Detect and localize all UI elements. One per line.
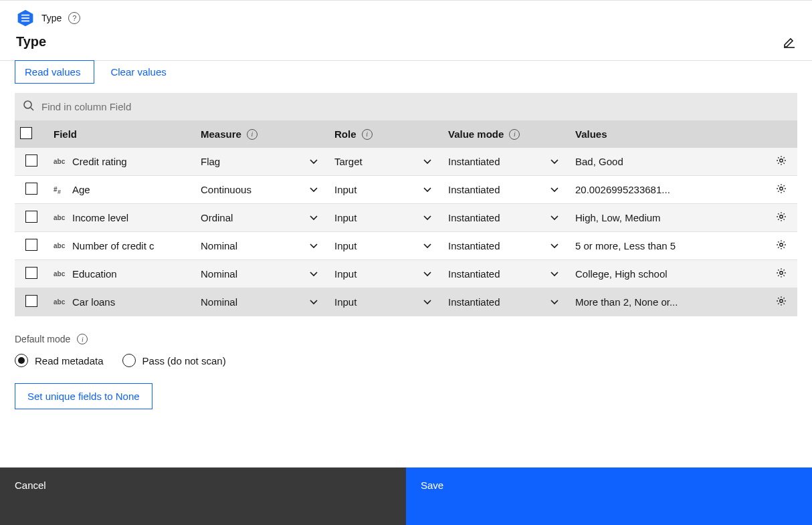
title-row: Type xyxy=(0,30,812,61)
actions-row: Read values Clear values xyxy=(0,60,812,93)
breadcrumb-bar: Type ? xyxy=(0,0,812,30)
info-icon[interactable]: i xyxy=(509,129,520,140)
cancel-button[interactable]: Cancel xyxy=(0,467,406,525)
header-value-mode: Value mode xyxy=(448,128,504,140)
table-row[interactable]: ##AgeContinuousInputInstantiated20.00269… xyxy=(15,176,797,204)
measure-dropdown[interactable]: Ordinal xyxy=(201,212,324,223)
row-checkbox[interactable] xyxy=(25,295,37,307)
values-cell: 20.0026995233681... xyxy=(575,184,670,195)
role-dropdown[interactable]: Input xyxy=(334,240,437,251)
info-icon[interactable]: i xyxy=(362,129,373,140)
table-row[interactable]: abcEducationNominalInputInstantiatedColl… xyxy=(15,260,797,288)
role-value: Input xyxy=(334,184,357,195)
chevron-down-icon xyxy=(309,270,318,279)
clear-values-link[interactable]: Clear values xyxy=(110,61,166,83)
field-type-icon: abc xyxy=(54,270,67,278)
table-row[interactable]: abcCredit ratingFlagTargetInstantiatedBa… xyxy=(15,148,797,176)
chevron-down-icon xyxy=(423,270,432,279)
svg-point-10 xyxy=(780,243,783,247)
select-all-checkbox[interactable] xyxy=(20,127,32,139)
chevron-down-icon xyxy=(550,185,559,195)
row-checkbox[interactable] xyxy=(25,239,37,251)
value-mode-dropdown[interactable]: Instantiated xyxy=(448,212,565,223)
field-name: Car loans xyxy=(72,296,115,308)
value-mode-dropdown[interactable]: Instantiated xyxy=(448,156,565,167)
gear-icon[interactable] xyxy=(775,267,787,279)
chevron-down-icon xyxy=(423,298,432,307)
measure-value: Ordinal xyxy=(201,212,233,223)
field-name: Education xyxy=(72,268,117,280)
fields-table: Field Measurei Rolei Value modei Values … xyxy=(15,120,797,316)
chevron-down-icon xyxy=(309,213,318,223)
svg-point-5 xyxy=(24,101,31,108)
row-checkbox[interactable] xyxy=(25,211,37,223)
chevron-down-icon xyxy=(309,241,318,251)
role-dropdown[interactable]: Input xyxy=(334,184,437,195)
chevron-down-icon xyxy=(550,157,559,167)
svg-point-11 xyxy=(780,272,783,275)
role-dropdown[interactable]: Target xyxy=(334,156,437,167)
field-name: Income level xyxy=(72,212,128,223)
value-mode-value: Instantiated xyxy=(448,156,500,167)
svg-line-6 xyxy=(31,108,33,110)
table-row[interactable]: abcIncome levelOrdinalInputInstantiatedH… xyxy=(15,204,797,232)
role-value: Input xyxy=(334,296,357,308)
chevron-down-icon xyxy=(309,298,318,307)
table-row[interactable]: abcNumber of credit cNominalInputInstant… xyxy=(15,232,797,260)
gear-icon[interactable] xyxy=(775,183,787,195)
role-dropdown[interactable]: Input xyxy=(334,296,437,308)
measure-dropdown[interactable]: Continuous xyxy=(201,184,324,195)
help-icon[interactable]: ? xyxy=(68,12,80,24)
field-type-icon: ## xyxy=(54,186,67,193)
page-title: Type xyxy=(16,34,46,49)
field-type-icon: abc xyxy=(54,242,67,249)
info-icon[interactable]: i xyxy=(247,129,258,140)
row-checkbox[interactable] xyxy=(25,183,37,195)
measure-dropdown[interactable]: Nominal xyxy=(201,268,324,280)
header-measure: Measure xyxy=(201,128,241,140)
measure-value: Flag xyxy=(201,156,220,167)
header-role: Role xyxy=(334,128,357,140)
chevron-down-icon xyxy=(309,185,318,195)
default-mode-text: Default mode xyxy=(15,334,70,344)
gear-icon[interactable] xyxy=(775,295,787,307)
chevron-down-icon xyxy=(423,157,432,167)
role-value: Target xyxy=(334,156,363,167)
table-row[interactable]: abcCar loansNominalInputInstantiatedMore… xyxy=(15,288,797,316)
measure-dropdown[interactable]: Nominal xyxy=(201,296,324,308)
default-mode-radio-group: Read metadata Pass (do not scan) xyxy=(15,354,797,367)
field-name: Number of credit c xyxy=(72,240,155,251)
measure-dropdown[interactable]: Nominal xyxy=(201,240,324,251)
gear-icon[interactable] xyxy=(775,211,787,223)
values-cell: College, High school xyxy=(575,268,668,280)
role-dropdown[interactable]: Input xyxy=(334,268,437,280)
measure-value: Nominal xyxy=(201,296,237,308)
edit-icon[interactable] xyxy=(783,35,796,49)
row-checkbox[interactable] xyxy=(25,154,37,167)
radio-pass[interactable]: Pass (do not scan) xyxy=(122,354,226,367)
measure-dropdown[interactable]: Flag xyxy=(201,156,324,167)
value-mode-dropdown[interactable]: Instantiated xyxy=(448,268,565,280)
radio-label: Pass (do not scan) xyxy=(142,355,226,366)
role-dropdown[interactable]: Input xyxy=(334,212,437,223)
gear-icon[interactable] xyxy=(775,154,787,167)
save-button[interactable]: Save xyxy=(406,467,812,525)
node-type-icon xyxy=(16,9,35,27)
gear-icon[interactable] xyxy=(775,239,787,251)
value-mode-dropdown[interactable]: Instantiated xyxy=(448,240,565,251)
set-unique-fields-button[interactable]: Set unique fields to None xyxy=(15,383,153,409)
info-icon[interactable]: i xyxy=(77,334,88,344)
value-mode-value: Instantiated xyxy=(448,184,500,195)
value-mode-dropdown[interactable]: Instantiated xyxy=(448,184,565,195)
row-checkbox[interactable] xyxy=(25,267,37,279)
value-mode-dropdown[interactable]: Instantiated xyxy=(448,296,565,308)
value-mode-value: Instantiated xyxy=(448,296,500,308)
search-input[interactable] xyxy=(41,101,789,112)
radio-read-metadata[interactable]: Read metadata xyxy=(15,354,104,367)
read-values-button[interactable]: Read values xyxy=(15,60,94,84)
header-values: Values xyxy=(575,128,607,140)
footer: Cancel Save xyxy=(0,467,812,525)
radio-circle xyxy=(122,354,136,367)
search-row xyxy=(15,93,797,120)
measure-value: Nominal xyxy=(201,268,237,280)
